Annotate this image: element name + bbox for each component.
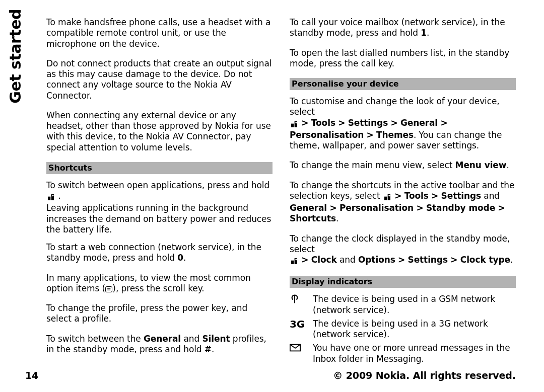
text: To customise and change the look of your… [290,96,500,117]
svg-rect-3 [291,123,294,127]
path-separator-icon: > [450,255,457,265]
text: . [506,160,509,170]
paragraph: To open the last dialled numbers list, i… [290,48,516,69]
menu-path-item: General [290,203,327,213]
profile-name: Silent [202,334,230,344]
svg-rect-6 [384,196,387,200]
text: To start a web connection (network servi… [46,242,261,263]
menu-path-item: Shortcuts [290,213,336,223]
page-footer: 14 © 2009 Nokia. All rights reserved. [25,370,516,382]
menu-path-item: Tools [311,118,335,128]
key-label: 0 [177,253,183,263]
section-heading-display-indicators: Display indicators [290,276,516,288]
text: . [510,255,513,265]
text: . [183,253,186,263]
paragraph: To make handsfree phone calls, use a hea… [46,17,273,49]
path-separator-icon: > [416,203,423,213]
paragraph: To switch between the General and Silent… [46,334,273,355]
svg-rect-0 [48,197,50,200]
paragraph: To customise and change the look of your… [290,96,516,151]
envelope-icon [290,343,313,367]
paragraph: To start a web connection (network servi… [46,242,273,264]
text: To switch between the [46,334,144,344]
path-separator-icon: > [398,255,405,265]
section-side-title: Get started [6,9,25,104]
paragraph: To change the profile, press the power k… [46,303,273,325]
svg-point-5 [295,122,297,123]
svg-point-2 [52,195,53,196]
indicator-table: The device is being used in a GSM networ… [290,294,516,367]
text: To change the clock displayed in the sta… [290,233,510,254]
path-separator-icon: > [329,203,336,213]
paragraph: To change the shortcuts in the active to… [290,180,516,224]
text: and [337,255,358,265]
paragraph: To change the main menu view, select Men… [290,160,516,171]
text: ), press the scroll key. [112,283,204,293]
menu-path-item: Standby mode [426,203,495,213]
path-separator-icon: > [338,118,345,128]
paragraph: When connecting any external device or a… [46,110,273,153]
indicator-row: 3G The device is being used in a 3G netw… [290,319,516,343]
svg-point-8 [388,195,390,196]
text: To call your voice mailbox (network serv… [290,17,505,38]
indicator-description: The device is being used in a GSM networ… [313,294,516,319]
antenna-icon [290,294,313,319]
menu-path-item: Clock type [460,255,510,265]
home-key-icon [290,256,299,267]
text: . [336,213,338,223]
text: and [181,334,202,344]
home-key-icon [46,192,55,203]
path-separator-icon: > [394,191,401,201]
svg-point-11 [295,259,297,260]
page: Get started To make handsfree phone call… [0,0,544,392]
paragraph: To call your voice mailbox (network serv… [290,17,516,39]
menu-path-item: General [400,118,438,128]
text: . [212,344,214,354]
section-heading-shortcuts: Shortcuts [46,162,273,174]
path-separator-icon: > [498,203,505,213]
two-column-layout: To make handsfree phone calls, use a hea… [46,17,516,367]
paragraph: To change the clock displayed in the sta… [290,233,516,267]
path-separator-icon: > [440,118,447,128]
column-right: To call your voice mailbox (network serv… [290,17,516,367]
text: To switch between open applications, pre… [46,180,269,190]
home-key-icon [290,119,299,130]
paragraph: In many applications, to view the most c… [46,273,273,294]
key-label: # [205,344,212,354]
menu-path-item: Tools [404,191,429,201]
text: and [481,191,500,201]
text: Leaving applications running in the back… [46,203,271,234]
key-label: 1 [421,28,427,38]
options-menu-icon: ≡ [105,286,112,292]
path-separator-icon: > [367,130,374,140]
svg-rect-9 [291,261,294,264]
text: . [55,191,61,201]
path-separator-icon: > [431,191,438,201]
menu-path-item: Clock [311,255,337,265]
paragraph: To switch between open applications, pre… [46,180,273,235]
menu-path-item: Settings [348,118,388,128]
column-left: To make handsfree phone calls, use a hea… [46,17,273,367]
menu-path-item: Menu view [455,160,507,170]
path-separator-icon: > [301,118,308,128]
profile-name: General [144,334,181,344]
home-key-icon [383,192,392,203]
menu-path-item: Options [358,255,395,265]
indicator-row: You have one or more unread messages in … [290,343,516,367]
menu-path-item: Personalisation [339,203,414,213]
copyright-notice: © 2009 Nokia. All rights reserved. [333,370,516,382]
menu-path-item: Settings [441,191,481,201]
text: To change the main menu view, select [290,160,455,170]
three-g-icon: 3G [290,319,313,343]
indicator-row: The device is being used in a GSM networ… [290,294,516,319]
path-separator-icon: > [301,255,308,265]
menu-path-item: Personalisation [290,130,364,140]
indicator-description: You have one or more unread messages in … [313,343,516,367]
menu-path-item: Settings [408,255,448,265]
menu-path-item: Themes [376,130,414,140]
paragraph: Do not connect products that create an o… [46,58,273,101]
page-number: 14 [25,370,38,382]
path-separator-icon: > [390,118,397,128]
indicator-description: The device is being used in a 3G network… [313,319,516,343]
section-heading-personalise: Personalise your device [290,78,516,90]
